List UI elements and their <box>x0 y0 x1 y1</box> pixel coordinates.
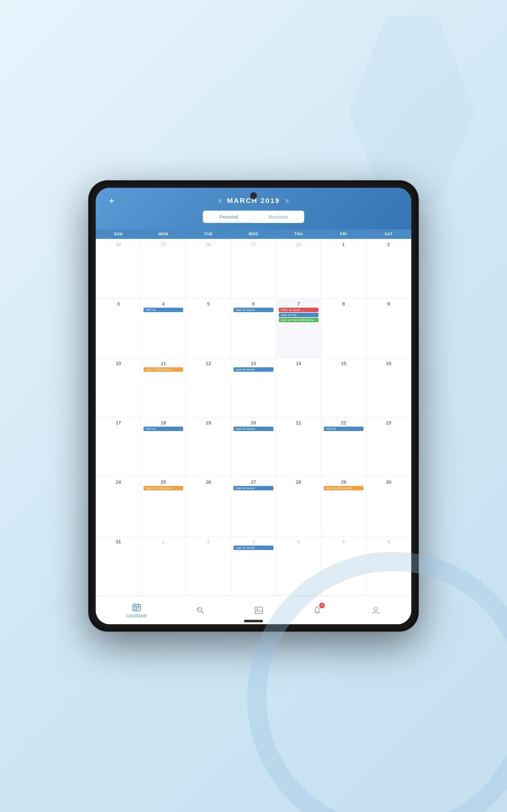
day-number: 30 <box>369 479 408 485</box>
day-5-next[interactable]: 5 <box>321 537 366 595</box>
day-28-prev[interactable]: 28 <box>276 239 321 298</box>
day-number: 9 <box>369 301 408 306</box>
event-appt-jacson-20[interactable]: Appt w/ Jacson <box>233 426 273 431</box>
day-number: 10 <box>99 361 138 366</box>
calendar-week-3: 10 11 Appt. w/ clickstreams 12 13 Appt w… <box>96 358 411 417</box>
event-appt-jacson-27[interactable]: Appt w/ Jacson <box>233 486 273 490</box>
day-number: 8 <box>324 301 363 306</box>
day-16[interactable]: 16 <box>366 358 411 417</box>
bottom-navigation: CALENDAR <box>96 596 411 624</box>
day-20[interactable]: 20 Appt w/ Jacson <box>231 417 276 476</box>
day-3-next[interactable]: 3 Appt w/ Jacson <box>231 537 276 595</box>
day-18[interactable]: 18 Self Hai <box>141 417 186 476</box>
day-number: 6 <box>369 539 408 544</box>
day-1[interactable]: 1 <box>321 239 366 298</box>
day-7[interactable]: 7 Office w/ Jason Appt. w/ City Appt. w/… <box>276 299 321 357</box>
day-number: 3 <box>233 539 273 544</box>
day-1-next[interactable]: 1 <box>141 537 186 595</box>
search-icon <box>195 605 205 615</box>
event-appt-colin[interactable]: Appt. w/ Test Colin Busine... <box>279 318 319 322</box>
nav-item-gallery[interactable] <box>249 603 269 618</box>
day-25[interactable]: 25 Appt. w/ clickstreams <box>141 477 186 536</box>
calendar-week-1: 24 25 26 27 28 1 2 <box>96 239 411 299</box>
event-appt-clickstreams-11[interactable]: Appt. w/ clickstreams <box>144 367 183 372</box>
event-appt-clickstreams-29[interactable]: Appt. w/ clickstreams <box>324 486 363 490</box>
day-number: 13 <box>233 361 273 366</box>
day-number: 21 <box>279 420 319 425</box>
day-26-prev[interactable]: 26 <box>186 239 231 298</box>
day-9[interactable]: 9 <box>366 299 411 357</box>
day-24-prev[interactable]: 24 <box>96 239 141 298</box>
event-self-hai-4[interactable]: Self Hai <box>144 308 183 312</box>
add-event-button[interactable]: + <box>105 194 118 207</box>
day-14[interactable]: 14 <box>276 358 321 417</box>
day-29[interactable]: 29 Appt. w/ clickstreams <box>321 477 366 536</box>
day-6[interactable]: 6 Appt w/ Jacson <box>231 299 276 357</box>
tab-personal[interactable]: Personal <box>204 212 253 222</box>
day-21[interactable]: 21 <box>276 417 321 476</box>
day-13[interactable]: 13 Appt w/ Jacson <box>231 358 276 417</box>
day-30[interactable]: 30 <box>366 477 411 536</box>
day-31[interactable]: 31 <box>96 537 141 595</box>
app-header: + < MARCH 2019 > Personal Business <box>96 188 411 229</box>
day-6-next[interactable]: 6 <box>366 537 411 595</box>
tab-business[interactable]: Business <box>253 212 303 222</box>
day-11[interactable]: 11 Appt. w/ clickstreams <box>141 358 186 417</box>
event-self-hai-22[interactable]: Self Hai <box>324 426 363 431</box>
day-number: 7 <box>279 301 319 306</box>
day-17[interactable]: 17 <box>96 417 141 476</box>
day-number: 28 <box>279 479 319 485</box>
event-appt-jacson-6[interactable]: Appt w/ Jacson <box>233 308 273 312</box>
day-25-prev[interactable]: 25 <box>141 239 186 298</box>
day-26[interactable]: 26 <box>186 477 231 536</box>
day-3[interactable]: 3 <box>96 299 141 357</box>
day-header-wed: WED <box>231 229 276 239</box>
nav-label-calendar: CALENDAR <box>126 614 147 618</box>
day-5[interactable]: 5 <box>186 299 231 357</box>
event-appt-city[interactable]: Appt. w/ City <box>279 313 319 317</box>
day-number: 27 <box>233 242 273 247</box>
day-24-mar[interactable]: 24 <box>96 477 141 536</box>
calendar-grid: 24 25 26 27 28 1 2 3 4 Self Hai 5 <box>96 239 411 596</box>
svg-line-10 <box>201 611 204 613</box>
day-4-next[interactable]: 4 <box>276 537 321 595</box>
day-number: 1 <box>324 242 363 247</box>
nav-item-notifications[interactable]: 3 <box>307 603 327 618</box>
screen: + < MARCH 2019 > Personal Business SUN M… <box>96 188 411 624</box>
prev-month-button[interactable]: < <box>218 197 222 205</box>
day-number: 17 <box>99 420 138 425</box>
day-number: 31 <box>99 539 138 544</box>
day-4[interactable]: 4 Self Hai <box>141 299 186 357</box>
day-23[interactable]: 23 <box>366 417 411 476</box>
day-28[interactable]: 28 <box>276 477 321 536</box>
day-number: 16 <box>369 361 408 366</box>
nav-item-search[interactable] <box>190 603 210 618</box>
day-12[interactable]: 12 <box>186 358 231 417</box>
event-appt-jacson-13[interactable]: Appt w/ Jacson <box>233 367 273 372</box>
svg-rect-5 <box>136 607 137 608</box>
day-headers-row: SUN MON TUE WED THU FRI SAT <box>96 229 411 239</box>
calendar-week-6: 31 1 2 3 Appt w/ Jacson 4 5 6 <box>96 537 411 596</box>
day-15[interactable]: 15 <box>321 358 366 417</box>
event-self-hai-18[interactable]: Self Hai <box>144 426 183 431</box>
day-27-prev[interactable]: 27 <box>231 239 276 298</box>
day-8[interactable]: 8 <box>321 299 366 357</box>
nav-item-profile[interactable] <box>366 603 386 618</box>
day-number: 28 <box>279 242 319 247</box>
day-27[interactable]: 27 Appt w/ Jacson <box>231 477 276 536</box>
day-19[interactable]: 19 <box>186 417 231 476</box>
next-month-button[interactable]: > <box>285 197 289 205</box>
day-22[interactable]: 22 Self Hai <box>321 417 366 476</box>
day-header-tue: TUE <box>186 229 231 239</box>
event-appt-clickstreams-25[interactable]: Appt. w/ clickstreams <box>144 486 183 490</box>
month-navigation: < MARCH 2019 > <box>218 197 289 205</box>
day-2-next[interactable]: 2 <box>186 537 231 595</box>
day-header-sun: SUN <box>96 229 141 239</box>
nav-item-calendar[interactable]: CALENDAR <box>121 600 152 621</box>
calendar-icon <box>131 602 142 612</box>
day-2[interactable]: 2 <box>366 239 411 298</box>
event-office-jason[interactable]: Office w/ Jason <box>279 308 319 312</box>
day-number: 24 <box>99 242 138 247</box>
event-appt-jacson-3-next[interactable]: Appt w/ Jacson <box>233 546 273 550</box>
day-10[interactable]: 10 <box>96 358 141 417</box>
